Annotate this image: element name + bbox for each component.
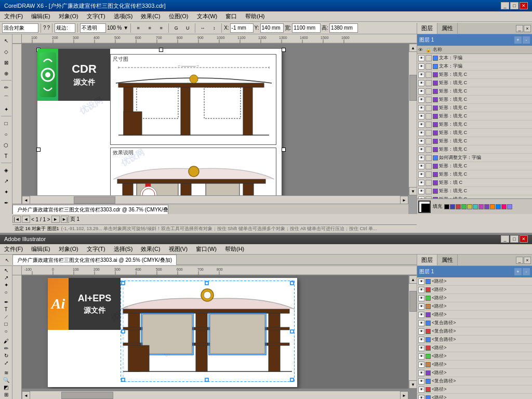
ai-eye-9[interactable]: 👁 [418,353,424,360]
crop-tool[interactable]: ⊠ [1,57,11,68]
ai-maximize-btn[interactable]: □ [510,235,518,243]
layer-eye-7[interactable]: 👁 [418,113,424,119]
width-input[interactable] [292,23,321,33]
ai-layer-item-9[interactable]: 👁 <路径> [417,352,532,361]
ai-eye-11[interactable]: 👁 [418,370,424,376]
handle-tm[interactable] [159,48,163,52]
ai-layer-item-1[interactable]: 👁 <路径> [417,286,532,294]
ai-tool-pen[interactable]: ✒ [1,299,11,305]
cdr-layer-item-11[interactable]: 👁 矩形：填充 C [417,145,532,154]
ai-h-thumb[interactable] [61,392,113,399]
menu-text[interactable]: 文字(T) [85,12,108,20]
swatch-4[interactable] [467,204,472,209]
x-coord-input[interactable] [230,23,254,33]
scroll-down-btn[interactable]: ▼ [409,187,417,195]
smart-draw-tool[interactable]: ✦ [1,104,11,114]
v-scroll-thumb[interactable] [409,75,417,101]
ai-tool-blend[interactable]: ≋ [1,369,11,376]
panel-close-btn[interactable]: × [524,25,531,32]
style-input[interactable] [55,23,75,33]
ai-tab-layers[interactable]: 图层 [417,255,437,265]
layer-eye-15[interactable]: 👁 [418,180,424,186]
ai-eye-1[interactable]: 👁 [418,287,424,293]
cdr-layer-item-9[interactable]: 👁 矩形：填充 C [417,129,532,137]
minimize-button[interactable]: _ [501,2,509,9]
text-tool[interactable]: T [1,151,11,161]
page-first-btn[interactable]: |◄ [12,216,21,223]
ai-menu-help[interactable]: 帮助(H) [223,245,246,253]
layer-eye-11[interactable]: 👁 [418,147,424,153]
ai-tool-gradient[interactable]: ◩ [1,384,11,391]
resize-handle[interactable] [0,233,532,235]
ai-eye-0[interactable]: 👁 [418,278,424,285]
page-prev-btn[interactable]: ◄ [22,216,30,223]
ai-tool-type[interactable]: T [1,306,11,313]
ungroup-btn[interactable]: U [182,23,193,33]
ai-tool-ellipse[interactable]: ○ [1,328,11,335]
ai-drawing-area[interactable]: Ai AI+EPS 源文件 优设网 优设网 [22,275,408,389]
ai-tab-attributes[interactable]: 属性 [437,255,458,265]
ai-menu-edit[interactable]: 编辑(E) [29,245,52,253]
cdr-layer-item-6[interactable]: 👁 矩形：填充 C [417,104,532,112]
maximize-button[interactable]: □ [510,2,518,9]
swatch-5[interactable] [473,204,478,209]
ai-eye-10[interactable]: 👁 [418,362,424,368]
ai-eye-13[interactable]: 👁 [418,387,424,393]
ai-tool-lasso[interactable]: ○ [1,289,11,296]
panel-minimize-btn[interactable]: _ [516,25,523,32]
menu-file[interactable]: 文件(F) [2,12,25,20]
ai-eye-7[interactable]: 👁 [418,337,424,343]
ai-layer-item-0[interactable]: 👁 <路径> [417,277,532,286]
ai-layer-item-6[interactable]: 👁 <复合路径> [417,327,532,336]
ai-layer-item-8[interactable]: 👁 <路径> [417,344,532,352]
ai-tool-rotate[interactable]: ↻ [1,352,11,359]
ai-eye-14[interactable]: 👁 [418,395,424,400]
ai-tool-magic-wand[interactable]: ✦ [1,282,11,288]
align-left-btn[interactable]: ≡ [133,23,143,33]
page-next-btn[interactable]: ► [51,216,60,223]
rect-tool[interactable]: □ [1,118,11,128]
ai-layer-item-3[interactable]: 👁 <路径> [417,302,532,311]
layer-eye-1[interactable]: 👁 [418,63,424,70]
ai-eye-12[interactable]: 👁 [418,378,424,384]
ai-tool-eyedropper[interactable]: 🔍 [1,377,11,383]
doc-tab-active[interactable]: 户外广廉政建宣传栏三图文化宣传栏3303.cdr @ 36.7% (CMYK/叠… [12,205,168,214]
fill-tool[interactable]: ◈ [1,165,11,175]
cdr-layer-item-10[interactable]: 👁 矩形：填充 C [417,137,532,145]
ai-layer-item-13[interactable]: 👁 <路径> [417,385,532,394]
freehand-tool[interactable]: ✏ [1,82,11,92]
ai-eye-6[interactable]: 👁 [418,328,424,335]
ai-eye-4[interactable]: 👁 [418,312,424,318]
align-center-btn[interactable]: ≡ [144,23,155,33]
group-btn[interactable]: G [171,23,181,33]
interactive-tool[interactable]: ↗ [1,176,11,186]
menu-object[interactable]: 对象(O) [57,12,81,20]
ai-tool-scale[interactable]: ⤢ [1,360,11,366]
ai-tool-direct-select[interactable]: ↗ [1,274,11,281]
ai-v-scrollbar[interactable]: ▲ ▼ [408,275,417,389]
close-button[interactable]: ✕ [520,2,528,9]
ai-scroll-up[interactable]: ▲ [409,275,417,284]
menu-bitmap[interactable]: 位图(O) [167,12,191,20]
menu-window[interactable]: 窗口 [223,12,239,20]
zoom-tool[interactable]: ⊕ [1,68,11,78]
ai-tool-select[interactable]: ↖ [1,267,11,274]
cdr-layer-item-1[interactable]: 👁 文本：字编 [417,62,532,71]
layer-delete-btn[interactable]: - [523,36,530,44]
layer-eye-8[interactable]: 👁 [418,122,424,128]
ai-menu-object[interactable]: 对象(O) [57,245,81,253]
eyedropper-tool[interactable]: ✦ [1,187,11,197]
layer-eye-6[interactable]: 👁 [418,105,424,111]
ai-layer-item-7[interactable]: 👁 <复合路径> [417,336,532,344]
ai-h-scrollbar[interactable]: ◄ ► [22,391,408,399]
ai-eye-5[interactable]: 👁 [418,320,424,326]
outline-tool[interactable]: ✒ [1,197,11,208]
swatch-8[interactable] [490,204,495,209]
layer-eye-4[interactable]: 👁 [418,88,424,95]
ai-menu-file[interactable]: 文件(F) [2,245,25,253]
tab-properties[interactable]: 属性 [437,23,458,34]
swatch-3[interactable] [461,204,467,209]
layer-eye-2[interactable]: 👁 [418,72,424,78]
ai-layer-item-4[interactable]: 👁 <路径> [417,311,532,319]
ai-doc-tab[interactable]: 户外广廉政建宣传栏三图文化宣传栏3303.ai @ 20.5% (CMYK/叠加… [12,255,177,265]
